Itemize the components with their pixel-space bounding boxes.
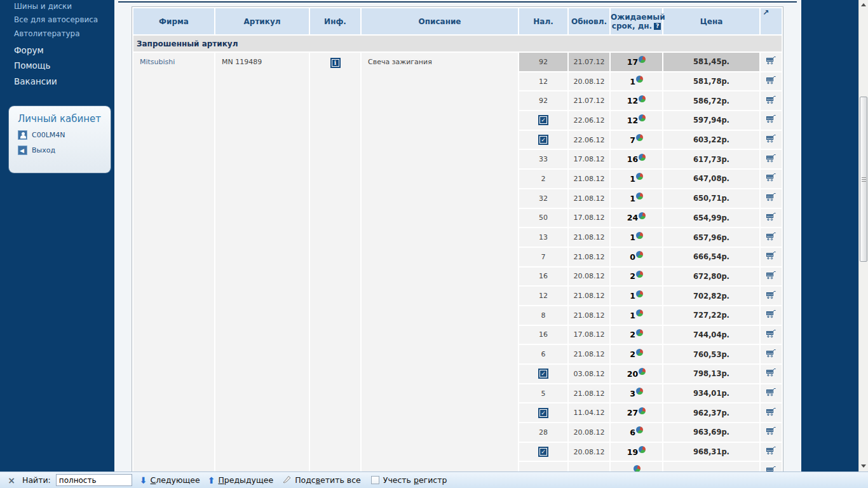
info-icon[interactable] [330, 58, 341, 68]
cart-icon[interactable] [766, 271, 776, 282]
brand-link[interactable]: Mitsubishi [140, 58, 175, 66]
sidebar-sub-link[interactable]: Автолитература [0, 27, 114, 41]
qty-cell: 2 [519, 170, 567, 188]
account-username-link[interactable]: C00LM4N [18, 130, 111, 140]
price-cell: 672,80р. [663, 268, 759, 286]
offers-body: MitsubishiMN 119489Свеча зажигания9221.0… [133, 53, 782, 471]
cart-icon[interactable] [766, 251, 776, 262]
updated-cell: 11.04.12 [569, 403, 609, 422]
sidebar-link[interactable]: Форум [0, 43, 114, 58]
findbar-label: Найти: [22, 475, 51, 485]
term-cell: 1 [611, 306, 662, 325]
cart-cell [761, 423, 782, 442]
expand-icon[interactable] [763, 8, 769, 17]
vertical-scrollbar[interactable] [858, 0, 868, 471]
term-cell: 24 [611, 209, 662, 227]
col-header-description: Описание [362, 8, 518, 34]
logout-label: Выход [32, 146, 55, 154]
cart-icon[interactable] [766, 95, 776, 107]
cart-icon[interactable] [766, 232, 776, 243]
find-previous-button[interactable]: Предыдущее [218, 475, 273, 485]
price-cell: 647,08р. [663, 170, 759, 188]
pie-chart-icon [634, 465, 641, 471]
pie-chart-icon [639, 154, 646, 161]
section-row: Запрошенный артикул [133, 36, 782, 51]
updated-cell: 20.08.12 [569, 72, 609, 91]
cart-icon[interactable] [766, 329, 776, 341]
cart-cell [761, 403, 782, 422]
qty-cell: 28 [519, 423, 567, 442]
highlight-all-button[interactable]: Подсветить все [295, 475, 361, 485]
col-header-qty: Нал. [519, 8, 567, 34]
highlighter-icon [282, 475, 292, 485]
cart-icon[interactable] [766, 212, 776, 224]
sidebar-sub-link[interactable]: Шины и диски [0, 0, 114, 13]
updated-cell: 17.08.12 [569, 209, 609, 227]
pie-chart-icon [636, 232, 643, 239]
cart-icon[interactable] [766, 407, 776, 419]
sidebar-link[interactable]: Вакансии [0, 74, 114, 90]
cart-cell [761, 131, 782, 149]
match-case-label[interactable]: Учесть регистр [383, 475, 447, 485]
cart-icon[interactable] [766, 134, 776, 146]
qty-cell: 33 [519, 150, 567, 168]
cart-icon[interactable] [766, 114, 776, 126]
page-background: Шины и дискиВсе для автосервисаАвтолитер… [0, 0, 868, 471]
price-cell: 727,22р. [663, 306, 759, 325]
scrollbar-grip [862, 179, 866, 180]
findbar-close-icon[interactable]: × [6, 475, 17, 485]
pie-chart-icon [636, 329, 643, 336]
cart-cell [761, 345, 782, 363]
section-title: Запрошенный артикул [133, 36, 782, 51]
term-cell [611, 462, 662, 471]
cart-icon[interactable] [766, 388, 776, 399]
cart-cell [761, 170, 782, 188]
cart-icon[interactable] [766, 466, 776, 471]
term-cell: 0 [611, 248, 662, 266]
cart-icon[interactable] [766, 193, 776, 204]
qty-cell: 12 [519, 287, 567, 305]
cart-icon[interactable] [766, 76, 776, 87]
sidebar-link[interactable]: Помощь [0, 58, 114, 74]
help-icon[interactable] [654, 23, 661, 30]
cart-icon[interactable] [766, 290, 776, 302]
pie-chart-icon [639, 212, 646, 219]
scrollbar-up-arrow-icon[interactable] [861, 3, 866, 6]
qty-cell: 92 [519, 53, 567, 71]
pie-chart-icon [639, 446, 646, 453]
price-cell: 603,22р. [663, 131, 759, 149]
cart-icon[interactable] [766, 154, 776, 165]
term-cell: 2 [611, 345, 662, 363]
pie-chart-icon [639, 114, 646, 121]
price-cell: 963,69р. [663, 423, 759, 442]
scrollbar-down-arrow-icon[interactable] [861, 464, 866, 468]
cart-icon[interactable] [766, 426, 776, 438]
col-header-article: Артикул [215, 8, 309, 34]
scrollbar-thumb[interactable] [860, 97, 867, 262]
cart-cell [761, 92, 782, 110]
updated-cell: 20.08.12 [569, 423, 609, 442]
logout-link[interactable]: Выход [18, 146, 111, 155]
price-cell: 597,94р. [663, 111, 759, 130]
cart-icon[interactable] [766, 446, 776, 458]
pie-chart-icon [636, 349, 643, 356]
account-panel-title: Личный кабинет [18, 113, 111, 125]
cart-icon[interactable] [766, 56, 776, 67]
match-case-checkbox[interactable] [371, 476, 379, 484]
cart-cell [761, 326, 782, 344]
col-header-brand: Фирма [133, 8, 214, 34]
cart-icon[interactable] [766, 173, 776, 184]
cart-icon[interactable] [766, 349, 776, 360]
cart-cell [761, 268, 782, 286]
find-input[interactable] [56, 474, 132, 486]
sidebar-sub-link[interactable]: Все для автосервиса [0, 13, 114, 27]
term-cell: 1 [611, 72, 662, 91]
find-next-button[interactable]: Следующее [151, 475, 200, 485]
term-cell: 16 [611, 150, 662, 168]
pie-chart-icon [639, 56, 646, 63]
brand-cell: Mitsubishi [133, 53, 214, 471]
cart-icon[interactable] [766, 309, 776, 321]
cart-icon[interactable] [766, 368, 776, 379]
col-header-updated: Обновл. [569, 8, 609, 34]
qty-cell [519, 443, 567, 461]
